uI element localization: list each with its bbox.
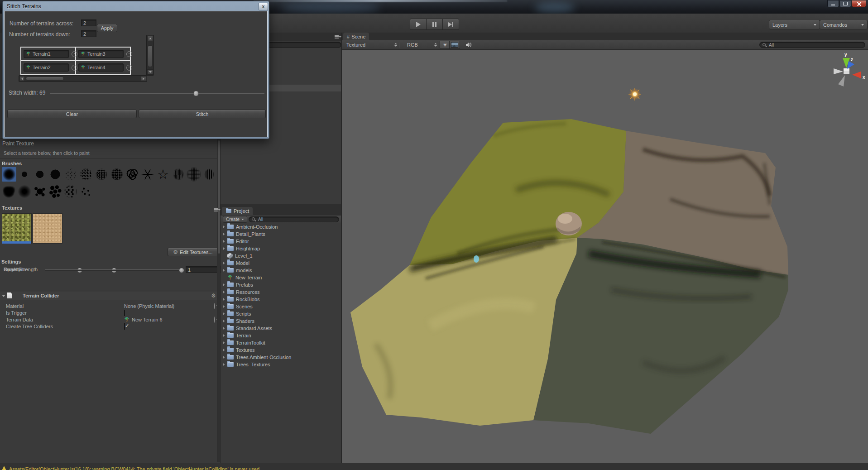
brush-thumbnail[interactable] (2, 184, 16, 199)
project-item[interactable]: New Terrain (221, 274, 341, 281)
brush-thumbnail[interactable] (63, 184, 78, 199)
project-item[interactable]: Heightmap (221, 245, 341, 252)
grid-vertical-scrollbar[interactable] (146, 35, 154, 76)
color-mode-dropdown[interactable]: RGB (404, 41, 440, 49)
axis-gizmo[interactable]: y z x (834, 52, 865, 86)
project-item[interactable]: Level_1 (221, 252, 341, 259)
pause-button[interactable] (426, 19, 443, 30)
object-picker-icon[interactable] (214, 317, 215, 323)
expand-arrow-icon[interactable] (223, 334, 225, 337)
project-item[interactable]: Trees Ambient-Occlusion (221, 354, 341, 361)
project-item[interactable]: Model (221, 259, 341, 267)
project-search-input[interactable]: All (249, 216, 339, 222)
brush-thumbnail[interactable] (202, 167, 216, 182)
terrains-down-field[interactable]: 2 (81, 30, 96, 37)
project-item[interactable]: RockBlobs (221, 296, 341, 303)
expand-arrow-icon[interactable] (223, 363, 225, 366)
brush-thumbnail[interactable] (48, 167, 62, 182)
material-object-field[interactable]: None (Physic Material) (124, 303, 174, 309)
scroll-down-icon[interactable] (149, 71, 152, 73)
inspector-scrollbar[interactable] (217, 139, 220, 462)
expand-arrow-icon[interactable] (223, 312, 225, 315)
tab-scene[interactable]: # Scene (343, 33, 369, 40)
project-item[interactable]: Standard Assets (221, 325, 341, 332)
expand-arrow-icon[interactable] (223, 356, 225, 359)
create-tree-colliders-checkbox[interactable] (124, 323, 125, 330)
object-picker-icon[interactable] (126, 51, 132, 57)
scroll-left-icon[interactable] (21, 77, 23, 80)
object-picker-icon[interactable] (214, 303, 215, 309)
skybox-toggle-button[interactable] (449, 41, 460, 49)
scene-search-input[interactable]: All (759, 42, 865, 48)
project-item[interactable]: Prefabs (221, 281, 341, 288)
brush-thumbnail[interactable] (125, 167, 139, 182)
edit-textures-button[interactable]: ⚙ Edit Textures... (168, 248, 218, 256)
scroll-right-icon[interactable] (143, 77, 144, 80)
project-item[interactable]: Scenes (221, 303, 341, 310)
play-button[interactable] (410, 19, 427, 30)
expand-arrow-icon[interactable] (223, 298, 225, 301)
setting-value-field[interactable]: 1 (186, 266, 221, 273)
minimize-button[interactable] (827, 0, 839, 7)
stitch-button[interactable]: Stitch (139, 110, 266, 118)
brush-thumbnail[interactable]: ☆ (156, 167, 170, 182)
terrain-data-object-field[interactable]: New Terrain 6 (124, 317, 163, 322)
brush-thumbnail[interactable] (33, 184, 47, 199)
maximize-button[interactable] (839, 0, 851, 7)
scrollbar-thumb[interactable] (26, 77, 64, 81)
brush-thumbnail[interactable] (17, 184, 32, 199)
expand-arrow-icon[interactable] (223, 233, 225, 235)
layout-dropdown[interactable]: Comandos (820, 20, 868, 29)
project-item[interactable]: Terrain (221, 332, 341, 339)
brush-thumbnail[interactable] (171, 167, 186, 182)
object-picker-icon[interactable] (126, 65, 132, 71)
audio-toggle-button[interactable] (463, 41, 474, 49)
brush-thumbnail[interactable] (79, 184, 93, 199)
brush-thumbnail[interactable] (94, 167, 109, 182)
brush-thumbnail[interactable] (63, 167, 78, 182)
brush-thumbnail[interactable] (33, 167, 47, 182)
terrain-object-field[interactable]: Terrain2 (24, 63, 69, 72)
stitch-width-slider[interactable] (50, 93, 264, 94)
terrain-collider-header[interactable]: Terrain Collider ⚙ (0, 292, 220, 300)
brush-thumbnail[interactable] (2, 167, 16, 182)
dialog-close-button[interactable]: x (259, 3, 268, 10)
brush-thumbnail[interactable] (140, 167, 155, 182)
step-button[interactable] (442, 19, 459, 30)
grid-horizontal-scrollbar[interactable] (19, 75, 147, 82)
project-item[interactable]: Shaders (221, 317, 341, 325)
terrain-object-field[interactable]: Terrain1 (24, 50, 69, 58)
expand-arrow-icon[interactable] (223, 262, 225, 264)
terrains-across-field[interactable]: 2 (81, 19, 96, 26)
scrollbar-thumb[interactable] (148, 45, 153, 67)
terrain-object-field[interactable]: Terrain3 (78, 50, 124, 58)
sun-flare[interactable] (628, 88, 641, 101)
scene-viewport[interactable]: y z x (342, 50, 868, 463)
rock-blob[interactable] (556, 212, 582, 235)
clear-button[interactable]: Clear (7, 110, 137, 118)
project-item[interactable]: Resources (221, 288, 341, 296)
expand-arrow-icon[interactable] (223, 291, 225, 293)
project-item[interactable]: Textures (221, 346, 341, 354)
neg-z-cone[interactable] (838, 75, 845, 86)
tab-project[interactable]: Project (222, 207, 253, 215)
draw-mode-dropdown[interactable]: Textured (344, 41, 400, 49)
expand-arrow-icon[interactable] (223, 240, 225, 243)
terrain-object-field[interactable]: Terrain4 (78, 63, 124, 72)
expand-arrow-icon[interactable] (223, 247, 225, 250)
expand-arrow-icon[interactable] (223, 269, 225, 272)
expand-arrow-icon[interactable] (223, 283, 225, 286)
project-item[interactable]: Editor (221, 238, 341, 245)
project-item[interactable]: models (221, 267, 341, 274)
scrollbar-thumb[interactable] (218, 140, 220, 254)
apply-button[interactable]: Apply (97, 24, 117, 32)
slider-handle[interactable] (193, 91, 199, 96)
expand-arrow-icon[interactable] (223, 305, 225, 308)
close-window-button[interactable] (852, 0, 866, 7)
expand-arrow-icon[interactable] (223, 341, 225, 344)
brush-thumbnail[interactable] (187, 167, 201, 182)
brush-thumbnail[interactable] (110, 167, 124, 182)
neg-x-cone[interactable] (834, 68, 843, 74)
layers-dropdown[interactable]: Layers (769, 20, 820, 29)
texture-swatch-grass[interactable] (2, 213, 32, 244)
